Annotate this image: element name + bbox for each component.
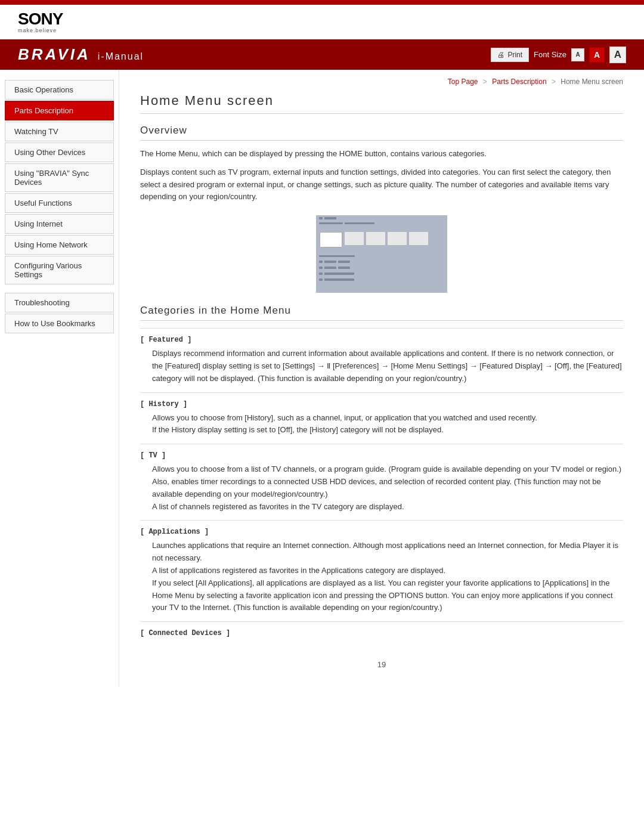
category-label-1: [ History ] (140, 400, 623, 408)
breadcrumb-current: Home Menu screen (561, 78, 623, 86)
categories-container: [ Featured ]Displays recommend informati… (140, 328, 623, 648)
category-text-0: Displays recommend information and curre… (140, 348, 623, 385)
sidebar-nav-group-1: Basic OperationsParts DescriptionWatchin… (0, 80, 119, 284)
breadcrumb: Top Page > Parts Description > Home Menu… (140, 73, 623, 93)
sidebar-item-configuring-various-settings[interactable]: Configuring Various Settings (5, 256, 114, 284)
breadcrumb-top-page[interactable]: Top Page (448, 78, 478, 86)
sidebar-divider (0, 286, 119, 292)
bravia-logo: BRAVIA (18, 45, 91, 64)
sidebar-nav-group-2: TroubleshootingHow to Use Bookmarks (0, 293, 119, 333)
category-text-2: Also, enables timer recordings to a conn… (140, 476, 623, 501)
category-text-1: Allows you to choose from [History], suc… (140, 412, 623, 425)
font-size-medium-button[interactable]: A (589, 47, 605, 63)
sidebar-item-how-to-use-bookmarks[interactable]: How to Use Bookmarks (5, 314, 114, 333)
sidebar-item-basic-operations[interactable]: Basic Operations (5, 80, 114, 100)
sony-logo-text: SONY (18, 11, 63, 27)
main-layout: Basic OperationsParts DescriptionWatchin… (0, 70, 644, 687)
sidebar-item-parts-description[interactable]: Parts Description (5, 101, 114, 120)
category-text-2: A list of channels registered as favorit… (140, 501, 623, 513)
category-text-1: If the History display setting is set to… (140, 424, 623, 436)
sidebar-item-useful-functions[interactable]: Useful Functions (5, 193, 114, 213)
category-text-3: If you select [All Applications], all ap… (140, 577, 623, 614)
top-bar (0, 0, 644, 5)
category-text-2: Allows you to choose from a list of TV c… (140, 463, 623, 476)
category-text-3: A list of applications registered as fav… (140, 565, 623, 577)
overview-para-2: Displays content such as TV program, ext… (140, 166, 623, 203)
categories-heading: Categories in the Home Menu (140, 305, 623, 321)
page-number: 19 (140, 660, 623, 669)
content-area: Top Page > Parts Description > Home Menu… (119, 70, 644, 687)
overview-heading: Overview (140, 125, 623, 141)
category-label-4: [ Connected Devices ] (140, 629, 623, 637)
print-button[interactable]: 🖨 Print (491, 48, 529, 62)
brand-bar: BRAVIA i-Manual 🖨 Print Font Size A A A (0, 39, 644, 70)
breadcrumb-sep-1: > (483, 78, 487, 86)
header: SONY make.believe (0, 5, 644, 39)
overview-para-1: The Home Menu, which can be displayed by… (140, 148, 623, 160)
category-label-2: [ TV ] (140, 451, 623, 460)
sony-logo: SONY make.believe (18, 11, 63, 33)
font-size-large-button[interactable]: A (609, 47, 626, 63)
sidebar: Basic OperationsParts DescriptionWatchin… (0, 70, 119, 687)
category-block-3: [ Applications ]Launches applications th… (140, 520, 623, 621)
category-label-3: [ Applications ] (140, 528, 623, 536)
brand-title: BRAVIA i-Manual (18, 45, 144, 64)
sidebar-item-using-home-network[interactable]: Using Home Network (5, 235, 114, 255)
sidebar-item-watching-tv[interactable]: Watching TV (5, 122, 114, 141)
font-size-label: Font Size (534, 50, 566, 59)
font-size-small-button[interactable]: A (571, 48, 584, 61)
print-label: Print (507, 51, 522, 59)
sidebar-item-using-other-devices[interactable]: Using Other Devices (5, 143, 114, 162)
imanual-label: i-Manual (98, 51, 144, 62)
category-block-1: [ History ]Allows you to choose from [Hi… (140, 392, 623, 444)
breadcrumb-parts-description[interactable]: Parts Description (492, 78, 546, 86)
sidebar-item-using-internet[interactable]: Using Internet (5, 214, 114, 234)
header-controls: 🖨 Print Font Size A A A (491, 47, 626, 63)
sony-tagline: make.believe (18, 27, 57, 33)
category-text-3: Launches applications that require an In… (140, 540, 623, 565)
sidebar-item-using-bravia-sync[interactable]: Using "BRAVIA" Sync Devices (5, 163, 114, 192)
category-label-0: [ Featured ] (140, 336, 623, 344)
breadcrumb-sep-2: > (552, 78, 556, 86)
category-block-4: [ Connected Devices ] (140, 621, 623, 648)
page-title: Home Menu screen (140, 93, 623, 114)
category-block-0: [ Featured ]Displays recommend informati… (140, 328, 623, 392)
category-block-2: [ TV ]Allows you to choose from a list o… (140, 444, 623, 520)
print-icon: 🖨 (497, 51, 504, 59)
home-menu-screenshot (316, 215, 447, 293)
sidebar-item-troubleshooting[interactable]: Troubleshooting (5, 293, 114, 312)
